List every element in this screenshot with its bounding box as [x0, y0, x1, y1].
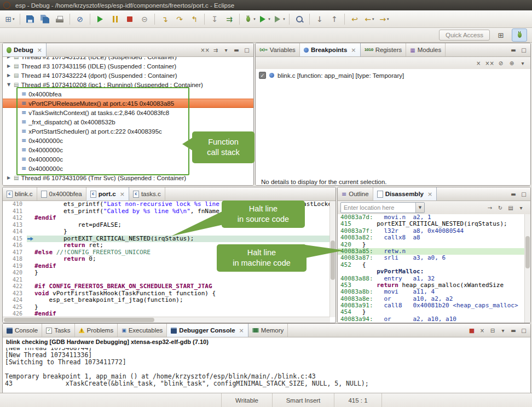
disassembly-line[interactable]: pvPortMalloc: [338, 268, 525, 275]
code-line[interactable]: 415 portEXIT_CRITICAL_NESTED(irqStatus); [3, 236, 330, 243]
disassembly-line[interactable]: 452 { [338, 262, 525, 268]
remove-button[interactable]: × [474, 59, 483, 67]
line-number[interactable]: 424 [3, 297, 27, 304]
tab-disassembly[interactable]: Disassembly× [373, 187, 437, 200]
scrollbar-thumb[interactable] [525, 236, 530, 268]
line-number[interactable]: 413 [3, 222, 27, 229]
scrollbar-thumb[interactable] [4, 318, 154, 322]
thread-row[interactable]: ▶▤Thread #6 1073431096 (Tmr Svc) (Suspen… [3, 173, 253, 182]
disassembly-line[interactable]: 454 } [338, 309, 525, 316]
twisty-icon[interactable]: ▶ [6, 57, 11, 59]
toolbar-resume-button[interactable] [93, 13, 107, 26]
tab-executables[interactable]: ▣Executables [118, 324, 167, 337]
breakpoints-list[interactable]: ✓ blink.c [function: app_main] [type: Te… [256, 69, 530, 185]
thread-row[interactable]: ▶▤Thread #3 1073431156 (IDLE) (Suspended… [3, 61, 253, 71]
toolbar-step-over-button[interactable]: ↷ [172, 13, 187, 26]
tab-breakpoints[interactable]: Breakpoints× [300, 43, 361, 56]
tab-variables[interactable]: (x)=Variables [256, 43, 300, 56]
disassembly-line[interactable]: 420 } [338, 242, 525, 248]
stack-frame-row[interactable]: ≡_frxt_dispatch() at 0x4008532b [3, 117, 253, 127]
toolbar-disconnect-button[interactable]: ⊝ [137, 13, 152, 26]
toolbar-terminate-button[interactable] [123, 13, 137, 26]
maximize-button[interactable]: □ [242, 45, 251, 54]
disassembly-line[interactable]: 40083a7d: movi.n a2, 1 [338, 214, 525, 221]
minimize-button[interactable]: ▬ [509, 326, 518, 335]
skip-button[interactable]: ⊘ [496, 59, 505, 67]
location-combo[interactable]: Enter location here ▼ [340, 202, 425, 213]
toolbar-save-button[interactable] [23, 13, 37, 26]
thread-row[interactable]: ▼▤Thread #5 1073410208 (ipc1 : Running) … [3, 80, 253, 89]
minimize-button[interactable]: ▬ [509, 190, 518, 198]
disassembly-line[interactable]: 40083a8b: movi a11, 4 [338, 289, 525, 295]
scrollbar-thumb[interactable] [331, 240, 335, 280]
debug-perspective-button[interactable] [512, 28, 527, 42]
tab-modules[interactable]: ▦Modules [406, 43, 446, 56]
disassembly-line[interactable]: 40083a91: call8 0x40081b20 <heap_caps_ma… [338, 302, 525, 309]
stack-frame-row[interactable]: ≡vPortCPUReleaseMutex() at port.c:415 0x… [3, 99, 253, 108]
disassembly-line[interactable]: 40083a88: entry a1, 32 [338, 276, 525, 282]
line-number[interactable]: 418 [3, 256, 27, 263]
tab-memory[interactable]: Memory [248, 324, 288, 337]
line-number[interactable]: 420 [3, 270, 27, 277]
tab-problems[interactable]: !Problems [75, 324, 118, 337]
console-output[interactable]: [New Thread 1073468744][New Thread 10734… [3, 348, 530, 394]
code-line[interactable]: 424 esp_set_breakpoint_if_jtag(function)… [3, 297, 330, 304]
line-number[interactable]: 425 [3, 304, 27, 311]
thread-row[interactable]: ▶▤Thread #2 1073431312 (IDLE) (Suspended… [3, 57, 253, 61]
toolbar-external-tools-button[interactable]: ▾ [272, 13, 286, 26]
disassembly-line[interactable]: 40083a87: srli a3, a0, 6 [338, 255, 525, 261]
open-perspective-button[interactable]: ⊞ [493, 28, 508, 42]
toolbar-print-button[interactable] [53, 13, 67, 26]
thread-row[interactable]: ▶▤Thread #4 1073432224 (dport) (Suspende… [3, 71, 253, 80]
chevron-down-icon[interactable]: ▼ [415, 203, 424, 213]
toolbar-instruction-stepping-button[interactable]: ⇉ [222, 13, 236, 26]
tab-tasks-c[interactable]: ctasks.c [129, 187, 165, 200]
toolbar-back-button[interactable]: ←▾ [362, 13, 377, 26]
code-line[interactable]: 421 [3, 277, 330, 284]
twisty-icon[interactable]: ▶ [6, 175, 11, 180]
toolbar-skip-all-breakpoints-button[interactable]: ⊘ [73, 13, 87, 26]
view-menu-button[interactable]: ▾ [518, 59, 527, 67]
code-line[interactable]: 414 } [3, 228, 330, 236]
tab-close-icon[interactable]: × [37, 47, 42, 54]
remove-all-button[interactable]: ×× [485, 59, 494, 67]
disassembly-line[interactable]: 415 portEXIT_CRITICAL_NESTED(irqStatus); [338, 221, 525, 227]
disassembly-line[interactable]: 40083a82: callx8 a8 [338, 234, 525, 241]
tab-blink-c[interactable]: cblink.c [3, 187, 37, 200]
toolbar-save-all-button[interactable] [38, 13, 52, 26]
quick-access-button[interactable]: Quick Access [439, 30, 490, 41]
view-menu-button[interactable]: ▾ [499, 326, 507, 335]
maximize-button[interactable]: □ [519, 326, 528, 335]
toolbar-step-into-button[interactable]: ↴ [158, 13, 172, 26]
maximize-button[interactable]: □ [519, 190, 528, 198]
disassembly-line[interactable]: 40083a94: or a2, a10, a10 [338, 316, 525, 323]
breakpoint-checkbox[interactable]: ✓ [259, 72, 266, 79]
tab-debug[interactable]: Debug× [3, 43, 47, 56]
line-number[interactable]: 412 [3, 215, 27, 222]
add-button[interactable]: ⊕ [507, 59, 516, 67]
toolbar-search-button[interactable] [292, 13, 307, 26]
disassembly-line[interactable]: 453 return heap_caps_malloc(xWantedSize [338, 282, 525, 289]
window-close-button[interactable] [3, 2, 10, 9]
line-number[interactable]: 415 [3, 236, 27, 243]
terminate-button[interactable]: ■ [467, 326, 476, 335]
disassembly-vertical-scrollbar[interactable] [524, 214, 530, 323]
stack-frame-row[interactable]: ≡0x4000bfea [3, 89, 253, 99]
disassembly-line[interactable]: 40083a8e: or a10, a2, a2 [338, 296, 525, 302]
stack-frame-row[interactable]: ≡vTaskSwitchContext() at tasks.c:2,846 0… [3, 108, 253, 117]
view-menu-button[interactable]: ▾ [222, 45, 230, 54]
editor-vertical-scrollbar[interactable] [329, 201, 336, 317]
toolbar-run-button[interactable]: ▾ [257, 13, 271, 26]
tab-close-icon[interactable]: × [120, 191, 125, 198]
twisty-icon[interactable]: ▶ [6, 64, 11, 68]
minimize-button[interactable]: ▬ [509, 45, 518, 54]
line-number[interactable]: 423 [3, 290, 27, 297]
tab-outline[interactable]: ≡Outline [338, 187, 373, 200]
remove-terminated-button[interactable]: ×× [200, 45, 210, 54]
toolbar-step-return-button[interactable]: ↰ [187, 13, 201, 26]
toolbar-last-edit-location-button[interactable]: ↩ [348, 13, 362, 26]
disassembly-listing[interactable]: 40083a7d: movi.n a2, 1415 portEXIT_CRITI… [338, 214, 525, 323]
code-line[interactable]: 422#if CONFIG_FREERTOS_BREAK_ON_SCHEDULE… [3, 283, 330, 290]
toolbar-new-button[interactable]: ⊞▾ [3, 13, 17, 26]
tab-close-icon[interactable]: × [351, 47, 356, 54]
